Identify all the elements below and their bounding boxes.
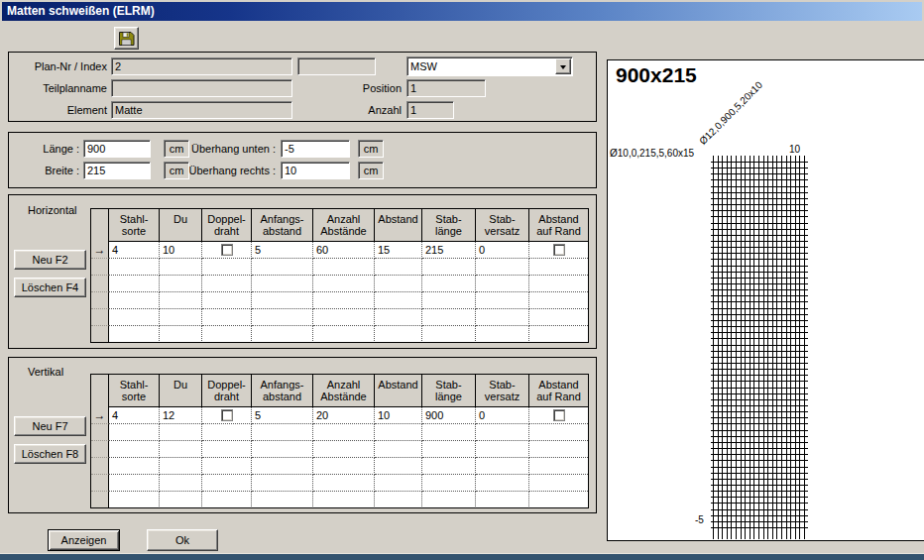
grid-cell[interactable] (109, 424, 160, 441)
grid-cell[interactable] (375, 458, 422, 475)
grid-cell[interactable] (375, 441, 422, 458)
grid-cell[interactable] (252, 326, 313, 343)
grid-cell[interactable] (313, 492, 375, 508)
breite-input[interactable] (83, 162, 151, 179)
grid-cell[interactable]: 10 (160, 242, 202, 259)
row-selector[interactable] (91, 326, 109, 343)
grid-cell[interactable] (109, 309, 160, 326)
grid-cell[interactable] (476, 475, 529, 492)
grid-cell[interactable] (109, 259, 160, 276)
grid-cell[interactable] (313, 326, 375, 343)
grid-cell[interactable] (476, 458, 529, 475)
grid-cell[interactable] (422, 458, 476, 475)
ok-button[interactable]: Ok (147, 529, 218, 551)
grid-cell[interactable] (160, 458, 202, 475)
grid-cell[interactable] (252, 441, 313, 458)
grid-cell[interactable] (529, 492, 588, 508)
grid-cell[interactable] (313, 292, 375, 309)
grid-cell[interactable] (422, 492, 476, 508)
grid-cell[interactable] (202, 492, 252, 508)
grid-cell[interactable] (476, 424, 529, 441)
grid-cell[interactable] (422, 475, 476, 492)
grid-cell[interactable] (375, 424, 422, 441)
save-button[interactable] (114, 27, 139, 50)
grid-cell[interactable] (202, 458, 252, 475)
grid-cell[interactable]: 0 (476, 242, 529, 259)
grid-cell[interactable] (476, 292, 529, 309)
grid-cell[interactable] (202, 475, 252, 492)
grid-cell[interactable] (422, 276, 476, 292)
grid-cell[interactable] (109, 292, 160, 309)
grid-cell[interactable] (313, 259, 375, 276)
grid-cell[interactable] (375, 492, 422, 508)
grid-cell[interactable] (109, 326, 160, 343)
grid-cell[interactable] (529, 326, 588, 343)
grid-cell[interactable] (476, 492, 529, 508)
row-selector[interactable] (91, 458, 109, 475)
grid-cell[interactable] (202, 309, 252, 326)
row-selector[interactable] (91, 276, 109, 292)
grid-cell[interactable]: 0 (476, 407, 529, 424)
abstand-auf-rand-checkbox[interactable] (553, 244, 565, 256)
row-selector[interactable] (91, 441, 109, 458)
loeschen-f8-button[interactable]: Löschen F8 (14, 444, 86, 464)
grid-cell[interactable] (313, 424, 375, 441)
grid-cell[interactable] (160, 326, 202, 343)
grid-cell[interactable] (160, 424, 202, 441)
grid-cell[interactable]: 60 (313, 242, 375, 259)
grid-cell[interactable] (529, 441, 588, 458)
doppeldraht-checkbox[interactable] (221, 244, 233, 256)
grid-cell[interactable] (109, 276, 160, 292)
grid-cell[interactable] (313, 458, 375, 475)
grid-cell[interactable] (202, 441, 252, 458)
grid-cell[interactable] (422, 259, 476, 276)
grid-cell[interactable] (529, 309, 588, 326)
anzeigen-button[interactable]: Anzeigen (48, 529, 120, 551)
grid-cell[interactable] (422, 326, 476, 343)
loeschen-f4-button[interactable]: Löschen F4 (14, 278, 86, 297)
grid-cell[interactable] (313, 309, 375, 326)
doppeldraht-checkbox[interactable] (221, 409, 233, 421)
ueberhang-rechts-input[interactable] (281, 162, 350, 179)
row-selector[interactable] (91, 424, 109, 441)
grid-cell[interactable] (476, 326, 529, 343)
grid-cell[interactable]: 12 (160, 407, 202, 424)
ueberhang-unten-input[interactable] (281, 140, 350, 158)
grid-cell[interactable] (202, 407, 252, 424)
grid-cell[interactable] (109, 475, 160, 492)
grid-cell[interactable] (529, 242, 588, 259)
laenge-input[interactable] (83, 140, 151, 158)
abstand-auf-rand-checkbox[interactable] (553, 409, 565, 421)
grid-cell[interactable]: 5 (252, 242, 313, 259)
grid-cell[interactable] (476, 441, 529, 458)
grid-cell[interactable] (476, 309, 529, 326)
grid-cell[interactable] (109, 441, 160, 458)
grid-cell[interactable] (252, 259, 313, 276)
grid-cell[interactable] (202, 424, 252, 441)
grid-cell[interactable] (160, 475, 202, 492)
grid-cell[interactable] (375, 309, 422, 326)
grid-cell[interactable] (252, 475, 313, 492)
grid-cell[interactable] (202, 292, 252, 309)
title-bar[interactable]: Matten schweißen (ELRM) (2, 2, 922, 21)
grid-cell[interactable] (160, 276, 202, 292)
row-selector[interactable] (91, 292, 109, 309)
grid-cell[interactable] (375, 326, 422, 343)
grid-cell[interactable] (476, 276, 529, 292)
grid-cell[interactable] (529, 276, 588, 292)
row-selector[interactable] (91, 492, 109, 508)
dropdown-arrow-icon[interactable] (555, 58, 571, 74)
grid-cell[interactable] (160, 292, 202, 309)
grid-cell[interactable] (160, 259, 202, 276)
grid-cell[interactable] (375, 292, 422, 309)
grid-cell[interactable] (476, 259, 529, 276)
grid-cell[interactable] (529, 407, 588, 424)
grid-cell[interactable] (529, 424, 588, 441)
row-selector[interactable] (91, 259, 109, 276)
grid-cell[interactable]: 215 (422, 242, 476, 259)
grid-cell[interactable] (529, 458, 588, 475)
grid-cell[interactable] (109, 492, 160, 508)
neu-f2-button[interactable]: Neu F2 (14, 250, 86, 270)
row-selector[interactable]: → (91, 242, 109, 259)
row-selector[interactable] (91, 309, 109, 326)
